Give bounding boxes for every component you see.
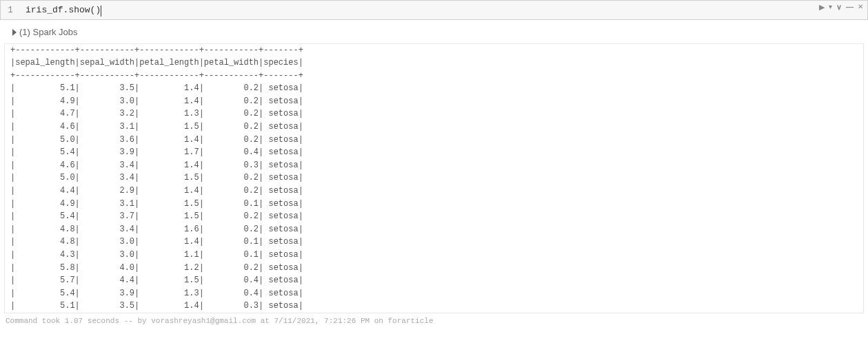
spark-jobs-label: (1) Spark Jobs (19, 27, 78, 37)
close-icon[interactable]: ✕ (858, 3, 863, 11)
resize-handle-icon[interactable] (854, 303, 862, 311)
notebook-cell: 1 iris_df.show() ▶ ▾ ∨ — ✕ (1) Spark Job… (0, 0, 868, 327)
code-input-row: 1 iris_df.show() ▶ ▾ ∨ — ✕ (0, 0, 868, 20)
spark-jobs-row: (1) Spark Jobs (0, 20, 868, 43)
code-input[interactable]: iris_df.show() (20, 1, 867, 19)
cell-controls: ▶ ▾ ∨ — ✕ (819, 3, 863, 11)
run-dropdown-icon[interactable]: ▾ (829, 3, 832, 11)
chevron-right-icon (12, 29, 17, 36)
minimize-icon[interactable]: — (846, 3, 854, 11)
status-bar: Command took 1.07 seconds -- by vorashre… (0, 315, 868, 327)
output-area[interactable]: +------------+-----------+------------+-… (4, 43, 864, 313)
expand-icon[interactable]: ∨ (836, 3, 842, 11)
spark-jobs-toggle[interactable]: (1) Spark Jobs (12, 27, 78, 37)
line-number: 1 (1, 1, 20, 19)
run-icon[interactable]: ▶ (819, 3, 825, 11)
